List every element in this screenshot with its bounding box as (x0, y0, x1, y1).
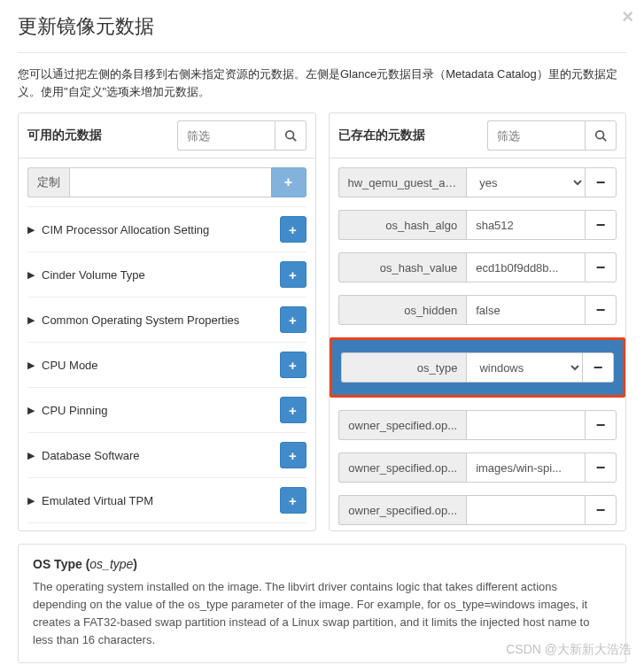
remove-button[interactable]: − (585, 252, 617, 282)
remove-button[interactable]: − (585, 410, 617, 440)
available-item: ▶ CPU Mode + (27, 342, 306, 387)
available-item: ▶ Database Software + (27, 432, 306, 477)
svg-point-0 (285, 131, 293, 139)
modal-description: 您可以通过把左侧的条目移到右侧来指定资源的元数据。左侧是Glance元数据目录（… (18, 66, 626, 100)
remove-button[interactable]: − (585, 452, 617, 483)
metadata-key-label: os_type (341, 352, 467, 383)
metadata-row: owner_specified.op... − (338, 452, 617, 483)
add-item-button[interactable]: + (280, 397, 306, 423)
available-title: 可用的元数据 (27, 128, 102, 143)
metadata-value-input[interactable] (466, 495, 585, 525)
available-item-toggle[interactable]: ▶ CPU Mode (27, 359, 98, 372)
svg-line-3 (603, 138, 607, 142)
add-custom-button[interactable]: + (271, 167, 306, 197)
available-item-toggle[interactable]: ▶ Cinder Volume Type (27, 268, 145, 282)
available-metadata-panel: 可用的元数据 定制 + ▶ CIM Processor Allocation S… (18, 112, 316, 531)
metadata-value-input[interactable] (466, 295, 585, 325)
modal-title: 更新镜像元数据 (18, 13, 626, 40)
metadata-row: os_hash_algo − (338, 210, 617, 240)
chevron-right-icon: ▶ (27, 269, 35, 281)
metadata-row-highlighted: os_type windows − (330, 337, 626, 398)
available-item-label: CPU Mode (42, 359, 98, 372)
available-filter-input[interactable] (177, 120, 275, 151)
available-item: ▶ Emulated Virtual TPM + (27, 477, 306, 522)
existing-title: 已存在的元数据 (338, 128, 425, 143)
chevron-right-icon: ▶ (27, 450, 35, 461)
help-title-italic: os_type (89, 557, 133, 571)
watermark: CSDN @大新新大浩浩 (506, 642, 632, 658)
help-title-suffix: ) (133, 557, 137, 571)
metadata-key-label: os_hash_algo (338, 210, 467, 240)
metadata-value-input[interactable] (466, 210, 585, 240)
available-item-label: Database Software (42, 449, 140, 462)
svg-point-2 (596, 131, 604, 139)
available-item: ▶ Guest Memory Backing + (27, 522, 306, 530)
available-item-label: CPU Pinning (42, 404, 107, 417)
svg-line-1 (292, 138, 296, 142)
available-item-label: Emulated Virtual TPM (42, 494, 153, 507)
available-item: ▶ Common Operating System Properties + (27, 297, 306, 342)
add-item-button[interactable]: + (280, 261, 306, 288)
chevron-right-icon: ▶ (27, 314, 35, 326)
metadata-value-select[interactable]: yes (466, 167, 585, 197)
metadata-key-label: os_hidden (338, 295, 467, 325)
help-title: OS Type (os_type) (33, 557, 611, 571)
available-item: ▶ CPU Pinning + (27, 387, 306, 432)
available-item-toggle[interactable]: ▶ Common Operating System Properties (27, 313, 239, 327)
close-icon[interactable]: × (622, 5, 633, 28)
add-item-button[interactable]: + (280, 216, 306, 243)
metadata-value-select[interactable]: windows (466, 352, 582, 383)
divider (18, 52, 626, 53)
metadata-key-label: owner_specified.op... (338, 410, 467, 440)
available-item-label: Cinder Volume Type (42, 268, 145, 282)
add-item-button[interactable]: + (280, 306, 306, 333)
remove-button[interactable]: − (585, 210, 617, 240)
available-item-toggle[interactable]: ▶ CIM Processor Allocation Setting (27, 223, 209, 236)
custom-label: 定制 (27, 167, 69, 197)
remove-button[interactable]: − (585, 167, 617, 197)
metadata-row: os_hash_value − (338, 252, 617, 282)
metadata-row: hw_qemu_guest_ag... yes − (338, 167, 617, 197)
metadata-key-label: owner_specified.op... (338, 452, 467, 483)
metadata-value-input[interactable] (466, 252, 585, 282)
chevron-right-icon: ▶ (27, 360, 35, 371)
metadata-row: owner_specified.op... − (338, 410, 617, 440)
metadata-key-label: hw_qemu_guest_ag... (338, 167, 467, 197)
custom-input[interactable] (69, 167, 271, 197)
existing-filter-input[interactable] (487, 120, 585, 151)
chevron-right-icon: ▶ (27, 224, 35, 236)
help-body: The operating system installed on the im… (33, 578, 611, 650)
available-item: ▶ CIM Processor Allocation Setting + (27, 206, 306, 251)
add-item-button[interactable]: + (280, 352, 306, 378)
help-title-prefix: OS Type ( (33, 557, 89, 571)
remove-button[interactable]: − (585, 295, 617, 325)
metadata-value-input[interactable] (466, 410, 585, 440)
search-icon[interactable] (275, 120, 306, 151)
remove-button[interactable]: − (585, 495, 617, 525)
metadata-row: owner_specified.op... − (338, 495, 617, 525)
available-item-toggle[interactable]: ▶ Emulated Virtual TPM (27, 494, 153, 507)
metadata-row: os_hidden − (338, 295, 617, 325)
search-icon[interactable] (585, 120, 617, 151)
metadata-value-input[interactable] (466, 452, 585, 483)
metadata-key-label: owner_specified.op... (338, 495, 467, 525)
existing-metadata-panel: 已存在的元数据 hw_qemu_guest_ag... yes − os_has… (329, 112, 627, 531)
available-item-label: Common Operating System Properties (42, 313, 239, 327)
remove-button[interactable]: − (582, 352, 614, 383)
available-item: ▶ Cinder Volume Type + (27, 251, 306, 297)
add-item-button[interactable]: + (280, 442, 306, 468)
metadata-key-label: os_hash_value (338, 252, 467, 282)
chevron-right-icon: ▶ (27, 405, 35, 416)
add-item-button[interactable]: + (280, 487, 306, 514)
available-item-toggle[interactable]: ▶ CPU Pinning (27, 404, 107, 417)
available-item-toggle[interactable]: ▶ Database Software (27, 449, 140, 462)
available-item-label: CIM Processor Allocation Setting (42, 223, 209, 236)
chevron-right-icon: ▶ (27, 495, 35, 506)
